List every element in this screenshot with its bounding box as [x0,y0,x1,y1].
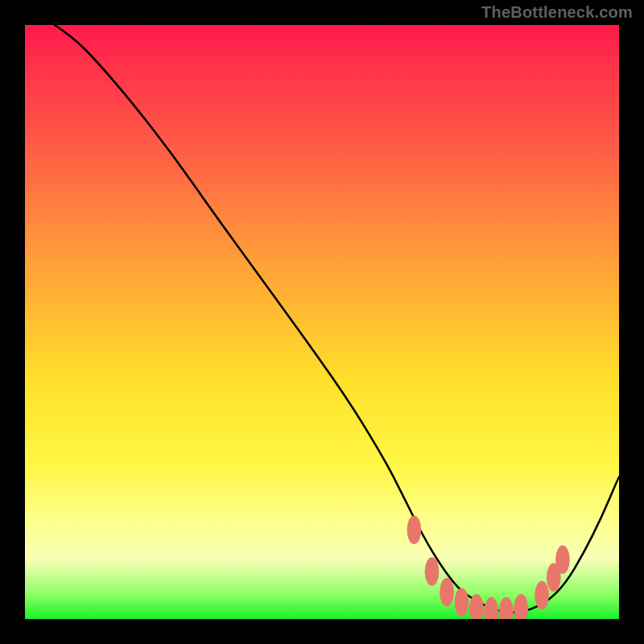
chart-svg [25,25,619,619]
highlight-dot [514,594,528,619]
plot-area [25,25,619,619]
watermark-text: TheBottleneck.com [481,3,633,22]
highlight-dot [555,546,570,574]
highlight-dot [535,581,549,609]
highlight-dot [425,557,440,585]
highlight-dot [440,578,454,606]
highlight-dot [407,516,422,544]
highlight-dot [455,588,469,617]
chart-frame: TheBottleneck.com [0,0,644,644]
highlight-dot [499,597,514,619]
highlight-dots-group [407,516,570,619]
bottleneck-curve [55,25,619,613]
highlight-dot [484,597,498,619]
